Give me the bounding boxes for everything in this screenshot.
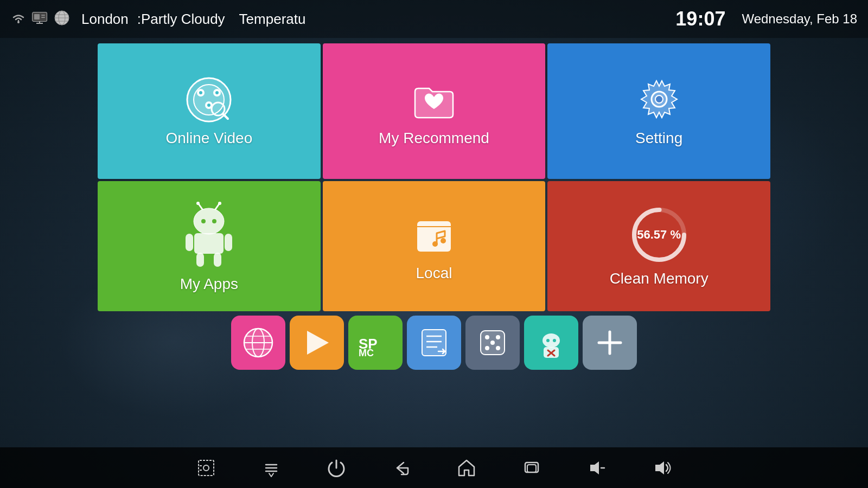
svg-point-29 bbox=[218, 202, 221, 205]
volume-down-button[interactable] bbox=[586, 457, 608, 479]
svg-point-60 bbox=[542, 333, 560, 348]
bottombar bbox=[0, 447, 868, 488]
svg-point-24 bbox=[655, 95, 663, 103]
topbar-city: London bbox=[81, 11, 129, 28]
app-spmc[interactable]: SP MC bbox=[348, 316, 403, 370]
recents-button[interactable] bbox=[521, 457, 542, 479]
svg-marker-74 bbox=[590, 461, 599, 474]
svg-rect-33 bbox=[186, 234, 193, 251]
app-playstore[interactable] bbox=[290, 316, 344, 370]
tile-local[interactable]: Local bbox=[323, 181, 546, 311]
volume-up-button[interactable] bbox=[651, 457, 673, 479]
tile-my-apps-label: My Apps bbox=[180, 275, 238, 293]
my-apps-icon bbox=[179, 200, 239, 270]
svg-point-62 bbox=[553, 339, 556, 342]
svg-point-58 bbox=[496, 346, 500, 350]
app-addmore[interactable] bbox=[583, 316, 637, 370]
tile-clean-memory[interactable]: 56.57 % Clean Memory bbox=[547, 181, 770, 311]
globe-icon bbox=[53, 9, 71, 29]
tile-clean-memory-label: Clean Memory bbox=[610, 270, 709, 287]
monitor-icon bbox=[31, 11, 48, 27]
svg-point-30 bbox=[201, 219, 206, 223]
tile-online-video[interactable]: Online Video bbox=[98, 43, 321, 179]
svg-rect-37 bbox=[417, 221, 451, 252]
svg-marker-76 bbox=[655, 461, 664, 474]
power-button[interactable] bbox=[326, 457, 347, 479]
tile-online-video-label: Online Video bbox=[165, 130, 252, 147]
svg-rect-36 bbox=[214, 253, 221, 267]
app-browser[interactable] bbox=[231, 316, 285, 370]
topbar-temperature: Temperatu bbox=[239, 11, 306, 28]
tile-my-apps[interactable]: My Apps bbox=[98, 181, 321, 311]
svg-point-31 bbox=[212, 219, 216, 223]
svg-rect-5 bbox=[34, 14, 40, 20]
app-filemanager[interactable] bbox=[407, 316, 461, 370]
app-grid: Online Video My Recommend bbox=[98, 43, 770, 311]
svg-point-0 bbox=[17, 21, 20, 23]
svg-rect-6 bbox=[41, 15, 45, 16]
svg-rect-34 bbox=[225, 234, 232, 251]
tile-my-recommend[interactable]: My Recommend bbox=[323, 43, 546, 179]
clean-memory-percent: 56.57 % bbox=[637, 228, 681, 242]
svg-point-59 bbox=[490, 341, 495, 345]
svg-rect-7 bbox=[41, 17, 45, 18]
svg-point-57 bbox=[485, 346, 489, 350]
svg-line-26 bbox=[199, 204, 202, 209]
svg-rect-68 bbox=[199, 460, 214, 476]
svg-rect-32 bbox=[194, 233, 224, 254]
svg-point-14 bbox=[194, 85, 224, 115]
svg-point-18 bbox=[199, 91, 202, 94]
app-icon-row: SP MC bbox=[98, 316, 770, 370]
topbar-status-icons bbox=[11, 9, 71, 29]
main-content: Online Video My Recommend bbox=[0, 38, 868, 370]
topbar-time: 19:07 bbox=[675, 8, 725, 30]
svg-line-28 bbox=[215, 204, 219, 209]
svg-point-25 bbox=[194, 208, 224, 234]
svg-rect-73 bbox=[527, 465, 536, 472]
tile-setting-label: Setting bbox=[635, 130, 682, 147]
wifi-icon bbox=[11, 12, 26, 27]
local-icon bbox=[410, 210, 458, 259]
screenshot-button[interactable] bbox=[195, 457, 217, 479]
svg-rect-35 bbox=[196, 253, 204, 267]
svg-point-39 bbox=[441, 238, 446, 243]
home-button[interactable] bbox=[456, 457, 477, 479]
tile-local-label: Local bbox=[416, 265, 452, 282]
svg-point-61 bbox=[546, 339, 550, 342]
app-dice[interactable] bbox=[465, 316, 520, 370]
svg-point-19 bbox=[215, 91, 219, 94]
svg-marker-47 bbox=[307, 331, 329, 355]
svg-point-20 bbox=[207, 104, 210, 107]
clean-memory-ring: 56.57 % bbox=[629, 205, 689, 265]
setting-icon bbox=[635, 75, 684, 124]
app-apkinstaller[interactable] bbox=[524, 316, 578, 370]
topbar: London :Partly Cloudy Temperatu 19:07 We… bbox=[0, 0, 868, 38]
my-recommend-icon bbox=[410, 75, 458, 124]
menu-button[interactable] bbox=[260, 457, 282, 479]
topbar-date: Wednesday, Feb 18 bbox=[742, 11, 857, 27]
topbar-weather: :Partly Cloudy bbox=[137, 11, 225, 28]
svg-text:MC: MC bbox=[359, 348, 374, 356]
tile-my-recommend-label: My Recommend bbox=[379, 130, 489, 147]
online-video-icon bbox=[184, 75, 233, 124]
svg-point-55 bbox=[485, 335, 489, 339]
svg-point-38 bbox=[432, 241, 438, 247]
svg-point-69 bbox=[203, 465, 209, 471]
svg-point-27 bbox=[196, 202, 200, 205]
tile-setting[interactable]: Setting bbox=[547, 43, 770, 179]
svg-point-56 bbox=[496, 335, 500, 339]
back-button[interactable] bbox=[391, 457, 412, 479]
